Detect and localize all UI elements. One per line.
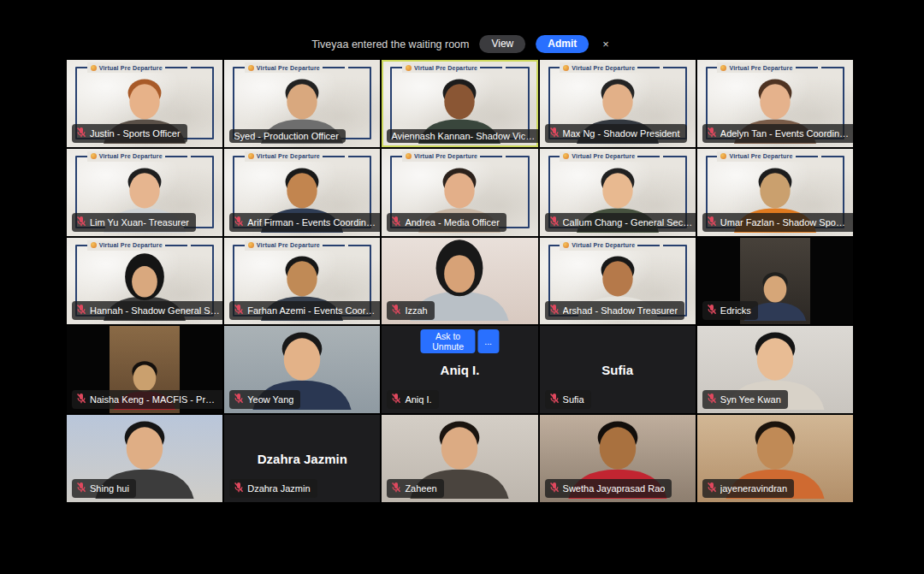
participant-name-label: Umar Fazlan - Shadow Sponsorship... xyxy=(702,213,853,232)
participant-name-text: Edricks xyxy=(720,305,751,316)
participant-name-text: Dzahra Jazmin xyxy=(247,483,310,494)
participant-tile-izzah[interactable]: Izzah xyxy=(382,238,537,325)
virtual-bg-header: Virtual Pre Departure xyxy=(87,240,191,251)
participant-name-text: Shing hui xyxy=(90,483,129,494)
muted-mic-icon xyxy=(549,392,560,407)
muted-mic-icon xyxy=(391,215,401,230)
participant-name-label: Izzah xyxy=(387,301,434,320)
participant-name-text: Yeow Yang xyxy=(247,394,293,405)
virtual-bg-title: Virtual Pre Departure xyxy=(99,153,163,159)
virtual-bg-line xyxy=(637,67,660,68)
muted-mic-icon xyxy=(76,126,86,141)
virtual-bg-logo-icon xyxy=(248,65,254,71)
virtual-bg-logo-icon xyxy=(720,153,726,159)
ask-to-unmute-button[interactable]: Ask to Unmute xyxy=(421,329,475,353)
participant-tile-dzahra-jazmin[interactable]: Dzahra JazminDzahra Jazmin xyxy=(224,415,380,502)
participant-name-label: Sufia xyxy=(545,390,591,409)
participant-tile-syn-yee-kwan[interactable]: Syn Yee Kwan xyxy=(697,326,853,413)
participant-name-label: jayeneravindran xyxy=(702,479,794,498)
participant-name-text: Sufia xyxy=(563,394,584,405)
virtual-bg-line xyxy=(165,67,187,68)
muted-mic-icon xyxy=(391,392,401,407)
participant-tile-shing-hui[interactable]: Shing hui xyxy=(67,415,222,502)
participant-tile-aniq-i[interactable]: Aniq I.Ask to Unmute...Aniq I. xyxy=(382,326,537,413)
virtual-bg-title: Virtual Pre Departure xyxy=(257,65,320,71)
participant-tile-lim-yu-xuan-treasurer[interactable]: Virtual Pre DepartureLim Yu Xuan- Treasu… xyxy=(67,149,222,236)
participant-name-label: Andrea - Media Officer xyxy=(387,213,506,232)
virtual-bg-line xyxy=(165,245,187,246)
muted-mic-icon xyxy=(549,215,560,230)
participant-tile-umar-fazlan-shadow-sponsorship[interactable]: Virtual Pre DepartureUmar Fazlan - Shado… xyxy=(697,149,853,236)
participant-name-text: Lim Yu Xuan- Treasurer xyxy=(90,217,189,228)
muted-mic-icon xyxy=(234,481,244,496)
participant-tile-adelyn-tan-events-coordinator[interactable]: Virtual Pre DepartureAdelyn Tan - Events… xyxy=(697,60,853,147)
virtual-bg-logo-icon xyxy=(91,153,97,159)
more-options-button[interactable]: ... xyxy=(477,329,499,353)
participant-name-label: Aviennash Kannan- Shadow Vice Presi... xyxy=(387,129,537,143)
virtual-bg-line xyxy=(796,67,818,68)
participant-name-label: Edricks xyxy=(702,301,758,320)
participant-name-text: Izzah xyxy=(405,305,427,316)
participant-name-text: Aviennash Kannan- Shadow Vice Presi... xyxy=(391,131,535,141)
participant-tile-justin-sports-officer[interactable]: Virtual Pre DepartureJustin - Sports Off… xyxy=(67,60,222,147)
participant-tile-callum-chang-general-secretary[interactable]: Virtual Pre DepartureCallum Chang - Gene… xyxy=(540,149,696,236)
participant-name-text: Zaheen xyxy=(405,483,436,494)
participant-tile-sufia[interactable]: SufiaSufia xyxy=(540,326,696,413)
participant-tile-arif-firman-events-coordinator[interactable]: Virtual Pre DepartureArif Firman - Event… xyxy=(224,149,380,236)
participant-tile-aviennash-kannan-shadow-vice-p[interactable]: Virtual Pre DepartureAviennash Kannan- S… xyxy=(382,60,537,147)
virtual-bg-logo-icon xyxy=(563,153,569,159)
virtual-bg-header: Virtual Pre Departure xyxy=(87,151,191,162)
admit-button[interactable]: Admit xyxy=(536,35,589,53)
participant-tile-naisha-keng-macfis-president[interactable]: Naisha Keng - MACFIS - President xyxy=(67,326,222,413)
virtual-bg-line xyxy=(323,67,345,68)
participant-name-label: Syed - Production Officer xyxy=(229,129,346,143)
muted-mic-icon xyxy=(549,481,560,496)
participant-tile-edricks[interactable]: Edricks xyxy=(697,238,853,325)
view-button[interactable]: View xyxy=(479,35,525,53)
virtual-bg-logo-icon xyxy=(248,153,254,159)
participant-tile-max-ng-shadow-president[interactable]: Virtual Pre DepartureMax Ng - Shadow Pre… xyxy=(540,60,696,147)
participant-name-label: Lim Yu Xuan- Treasurer xyxy=(72,213,196,232)
participant-name-label: Shing hui xyxy=(72,479,136,498)
virtual-bg-header: Virtual Pre Departure xyxy=(402,151,506,162)
participant-tile-hannah-shadow-general-secretar[interactable]: Virtual Pre DepartureHannah - Shadow Gen… xyxy=(67,238,222,325)
virtual-bg-title: Virtual Pre Departure xyxy=(572,242,635,248)
participant-name-label: Callum Chang - General Secretary xyxy=(545,213,696,232)
participant-name-label: Zaheen xyxy=(387,479,443,498)
participant-name-label: Arshad - Shadow Treasurer xyxy=(545,301,685,320)
center-display-name: Aniq I. xyxy=(441,363,480,377)
virtual-bg-line xyxy=(637,156,660,157)
participant-name-text: Arif Firman - Events Coordinator xyxy=(247,217,377,228)
muted-mic-icon xyxy=(707,126,717,141)
participant-name-text: Adelyn Tan - Events Coordinator xyxy=(720,128,850,139)
participant-name-text: Naisha Keng - MACFIS - President xyxy=(90,394,220,405)
participant-tile-jayeneravindran[interactable]: jayeneravindran xyxy=(697,415,853,502)
muted-mic-icon xyxy=(234,215,244,230)
unmute-controls: Ask to Unmute... xyxy=(421,329,499,353)
muted-mic-icon xyxy=(549,303,560,318)
muted-mic-icon xyxy=(76,303,86,318)
participant-tile-andrea-media-officer[interactable]: Virtual Pre DepartureAndrea - Media Offi… xyxy=(382,149,537,236)
muted-mic-icon xyxy=(76,392,86,407)
participant-tile-swetha-jayaprasad-rao[interactable]: Swetha Jayaprasad Rao xyxy=(540,415,696,502)
virtual-bg-header: Virtual Pre Departure xyxy=(245,240,348,251)
participant-tile-syed-production-officer[interactable]: Virtual Pre DepartureSyed - Production O… xyxy=(224,60,380,147)
virtual-bg-title: Virtual Pre Departure xyxy=(729,153,792,159)
participant-name-text: Hannah - Shadow General Secretary xyxy=(90,305,220,316)
participant-name-label: Dzahra Jazmin xyxy=(229,479,317,498)
participant-tile-farhan-azemi-events-coordinato[interactable]: Virtual Pre DepartureFarhan Azemi - Even… xyxy=(224,238,380,325)
virtual-bg-logo-icon xyxy=(563,242,569,248)
participant-tile-yeow-yang[interactable]: Yeow Yang xyxy=(224,326,380,413)
muted-mic-icon xyxy=(707,215,717,230)
virtual-bg-line xyxy=(637,245,660,246)
participant-name-text: Umar Fazlan - Shadow Sponsorship... xyxy=(720,217,850,228)
close-icon[interactable]: × xyxy=(599,37,613,51)
participant-name-label: Naisha Keng - MACFIS - President xyxy=(72,390,222,409)
participant-tile-arshad-shadow-treasurer[interactable]: Virtual Pre DepartureArshad - Shadow Tre… xyxy=(540,238,696,325)
participant-name-text: Aniq I. xyxy=(405,394,431,405)
center-display-name: Sufia xyxy=(601,363,633,377)
muted-mic-icon xyxy=(707,392,717,407)
participant-tile-zaheen[interactable]: Zaheen xyxy=(382,415,537,502)
video-grid: Virtual Pre DepartureJustin - Sports Off… xyxy=(67,60,853,502)
virtual-bg-header: Virtual Pre Departure xyxy=(245,62,348,73)
